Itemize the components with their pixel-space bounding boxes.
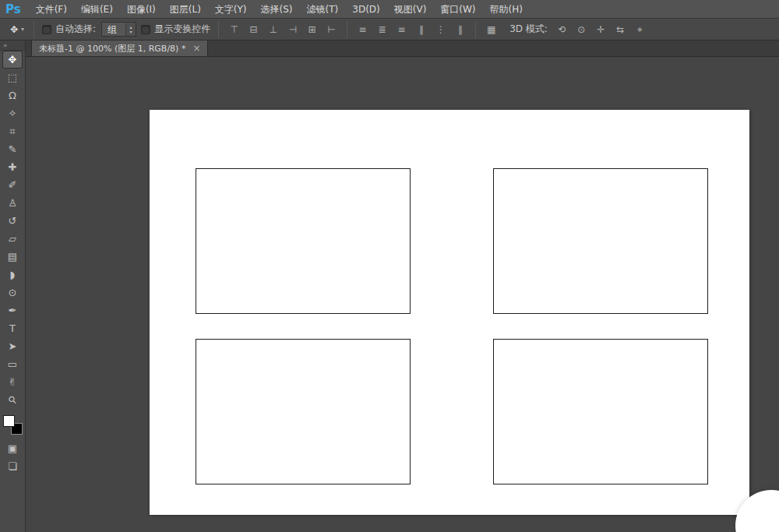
clone-stamp-tool[interactable]: ♙ (2, 194, 23, 212)
tab-strip: 未标题-1 @ 100% (图层 1, RGB/8) *× (26, 41, 779, 57)
menu-items: 文件(F)编辑(E)图像(I)图层(L)文字(Y)选择(S)滤镜(T)3D(D)… (29, 0, 530, 18)
menu-item-view[interactable]: 视图(V) (387, 0, 434, 19)
spot-healing-brush-tool[interactable]: ✚ (2, 158, 23, 176)
pan-3d-camera-button[interactable]: ✛ (592, 21, 610, 37)
tools-list: ✥⬚Ω✧⌗✎✚✐♙↺▱▤◗⊙✒T➤▭✌⚲ (2, 51, 23, 409)
tab-title: 未标题-1 @ 100% (图层 1, RGB/8) * (39, 43, 185, 55)
menu-item-edit[interactable]: 编辑(E) (74, 0, 120, 19)
menu-item-image[interactable]: 图像(I) (120, 0, 163, 19)
roll-3d-camera-button[interactable]: ⊙ (573, 21, 590, 37)
dodge-tool[interactable]: ⊙ (2, 284, 23, 301)
align-top-edges-button[interactable]: ⊤ (225, 21, 243, 37)
chevron-down-icon: ▾ (21, 26, 24, 33)
distribute-buttons: ≡≣≡∥⋮∥ (353, 21, 470, 37)
foreground-color-swatch[interactable] (3, 415, 15, 427)
spinner-arrows-icon: ▴ ▾ (125, 23, 136, 36)
lasso-tool[interactable]: Ω (2, 86, 23, 104)
color-swatches (2, 414, 23, 435)
move-tool-icon: ✥ (10, 24, 18, 35)
align-bottom-edges-button[interactable]: ⊥ (264, 21, 282, 37)
photoshop-window: Ps 文件(F)编辑(E)图像(I)图层(L)文字(Y)选择(S)滤镜(T)3D… (0, 0, 779, 532)
quick-mask-mode-button[interactable]: ▣ (2, 439, 23, 457)
align-buttons: ⊤⊟⊥⊣⊞⊢ (224, 21, 341, 37)
gradient-tool[interactable]: ▤ (2, 248, 23, 266)
auto-align-layers-button[interactable]: ▦ (482, 21, 500, 37)
align-right-edges-button[interactable]: ⊢ (323, 21, 340, 37)
slide-3d-camera-button[interactable]: ⇆ (612, 21, 629, 37)
show-transform-label: 显示变换控件 (154, 23, 210, 36)
crop-tool[interactable]: ⌗ (2, 122, 23, 140)
mode-3d-buttons: ⟲⊙✛⇆⌖ (552, 21, 650, 37)
mode-3d-label: 3D 模式: (509, 23, 548, 36)
divider (218, 21, 219, 38)
rectangle-tool[interactable]: ▭ (2, 355, 23, 373)
tool-preset-picker[interactable]: ✥ ▾ (6, 23, 28, 37)
eraser-tool[interactable]: ▱ (2, 230, 23, 248)
auto-select-label: 自动选择: (55, 23, 96, 36)
drawn-rectangle-1[interactable] (196, 168, 411, 314)
divider (475, 21, 476, 38)
menu-item-window[interactable]: 窗口(W) (433, 0, 482, 19)
tab-close-icon[interactable]: × (192, 44, 200, 53)
drawn-rectangle-3[interactable] (196, 339, 411, 484)
distribute-right-edges-button[interactable]: ∥ (451, 21, 469, 37)
zoom-3d-camera-button[interactable]: ⌖ (631, 21, 649, 37)
document-tab[interactable]: 未标题-1 @ 100% (图层 1, RGB/8) *× (31, 41, 208, 56)
drawn-rectangle-2[interactable] (493, 168, 708, 314)
divider (347, 21, 347, 38)
tools-bottom-buttons: ▣❏ (2, 439, 23, 475)
show-transform-checkbox[interactable] (141, 25, 150, 34)
screen-mode-button[interactable]: ❏ (2, 457, 23, 475)
history-brush-tool[interactable]: ↺ (2, 212, 23, 230)
tools-collapse-button[interactable]: » (0, 41, 25, 51)
align-vertical-centers-button[interactable]: ⊟ (245, 21, 263, 37)
align-left-edges-button[interactable]: ⊣ (284, 21, 301, 37)
menu-item-filter[interactable]: 滤镜(T) (300, 0, 346, 19)
menu-item-select[interactable]: 选择(S) (254, 0, 300, 19)
divider (33, 21, 34, 38)
orbit-3d-camera-button[interactable]: ⟲ (553, 21, 571, 37)
distribute-horizontal-centers-button[interactable]: ⋮ (432, 21, 449, 37)
menu-bar: Ps 文件(F)编辑(E)图像(I)图层(L)文字(Y)选择(S)滤镜(T)3D… (0, 0, 779, 19)
type-tool[interactable]: T (2, 319, 23, 337)
options-bar: ✥ ▾ 自动选择: 组 ▴ ▾ 显示变换控件 ⊤⊟⊥⊣⊞⊢ ≡≣≡∥⋮∥ ▦ 3… (0, 19, 779, 41)
pasteboard (26, 57, 779, 532)
menu-item-3d[interactable]: 3D(D) (345, 0, 386, 19)
distribute-top-edges-button[interactable]: ≡ (354, 21, 372, 37)
menu-item-file[interactable]: 文件(F) (29, 0, 74, 19)
tools-panel: » ✥⬚Ω✧⌗✎✚✐♙↺▱▤◗⊙✒T➤▭✌⚲ ▣❏ (0, 41, 26, 532)
move-tool[interactable]: ✥ (2, 51, 23, 69)
blur-tool[interactable]: ◗ (2, 266, 23, 284)
menu-item-type[interactable]: 文字(Y) (208, 0, 254, 19)
align-horizontal-centers-button[interactable]: ⊞ (303, 21, 321, 37)
document-canvas[interactable] (150, 110, 749, 515)
drawn-rectangle-4[interactable] (493, 339, 708, 484)
photoshop-logo: Ps (5, 2, 21, 16)
quick-selection-tool[interactable]: ✧ (2, 104, 23, 122)
eyedropper-tool[interactable]: ✎ (2, 140, 23, 158)
menu-item-layer[interactable]: 图层(L) (163, 0, 208, 19)
distribute-vertical-centers-button[interactable]: ≣ (373, 21, 391, 37)
distribute-left-edges-button[interactable]: ∥ (412, 21, 430, 37)
menu-item-help[interactable]: 帮助(H) (483, 0, 530, 19)
pen-tool[interactable]: ✒ (2, 301, 23, 319)
brush-tool[interactable]: ✐ (2, 176, 23, 194)
auto-select-checkbox[interactable] (42, 25, 51, 34)
auto-select-dropdown[interactable]: 组 ▴ ▾ (101, 22, 136, 37)
rectangular-marquee-tool[interactable]: ⬚ (2, 69, 23, 86)
path-selection-tool[interactable]: ➤ (2, 337, 23, 355)
auto-select-value: 组 (102, 23, 125, 36)
distribute-bottom-edges-button[interactable]: ≡ (393, 21, 411, 37)
